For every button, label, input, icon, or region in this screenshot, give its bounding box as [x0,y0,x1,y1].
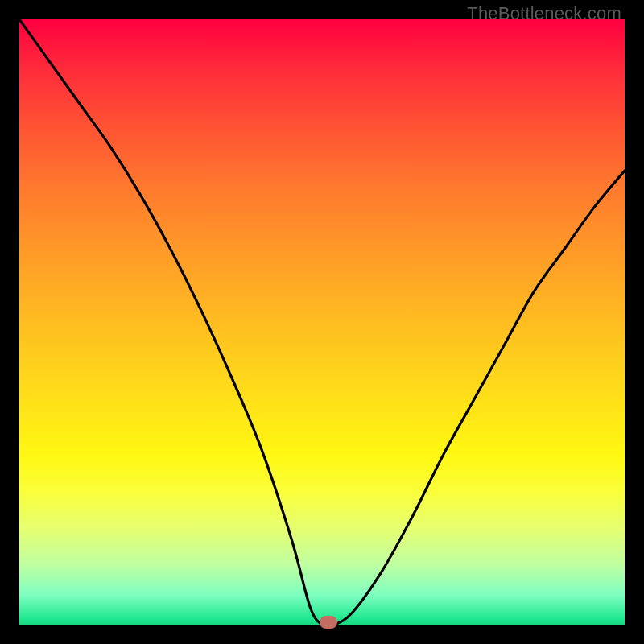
bottleneck-curve [19,19,625,625]
chart-frame: TheBottleneck.com [0,0,644,644]
plot-area [19,19,625,625]
optimal-point-marker [320,616,337,629]
curve-path [19,19,625,625]
attribution-label: TheBottleneck.com [467,3,621,24]
